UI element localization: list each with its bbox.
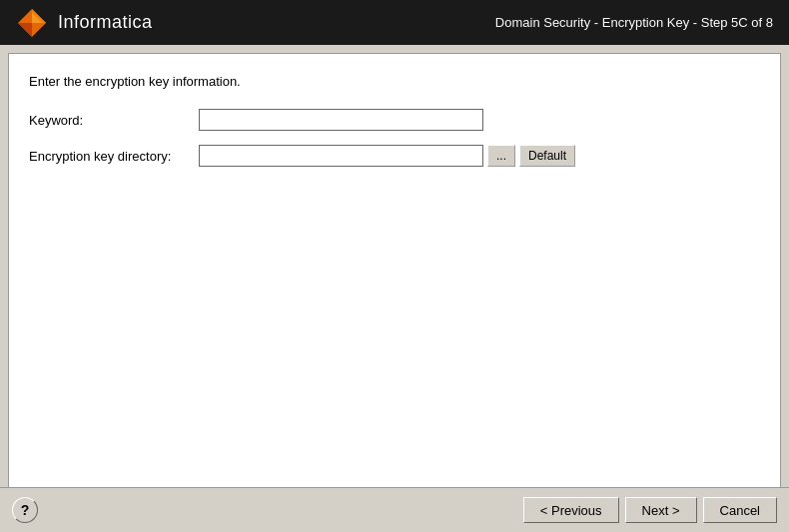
browse-button[interactable]: ... — [487, 145, 515, 167]
cancel-button[interactable]: Cancel — [703, 497, 777, 523]
svg-marker-2 — [18, 23, 32, 37]
footer: ? < Previous Next > Cancel — [0, 487, 789, 532]
previous-button[interactable]: < Previous — [523, 497, 619, 523]
footer-right: < Previous Next > Cancel — [523, 497, 777, 523]
encryption-key-dir-label: Encryption key directory: — [29, 149, 199, 164]
encryption-key-dir-row: Encryption key directory: ... Default — [29, 145, 760, 167]
description-text: Enter the encryption key information. — [29, 74, 760, 89]
keyword-row: Keyword: — [29, 109, 760, 131]
footer-left: ? — [12, 497, 38, 523]
logo-area: Informatica — [16, 7, 153, 39]
default-button[interactable]: Default — [519, 145, 575, 167]
informatica-logo-icon — [16, 7, 48, 39]
logo-text: Informatica — [58, 12, 153, 33]
keyword-input[interactable] — [199, 109, 483, 131]
main-content: Enter the encryption key information. Ke… — [8, 53, 781, 520]
encryption-key-dir-input[interactable] — [199, 145, 483, 167]
help-button[interactable]: ? — [12, 497, 38, 523]
next-button[interactable]: Next > — [625, 497, 697, 523]
keyword-label: Keyword: — [29, 113, 199, 128]
step-title: Domain Security - Encryption Key - Step … — [495, 15, 773, 30]
header: Informatica Domain Security - Encryption… — [0, 0, 789, 45]
